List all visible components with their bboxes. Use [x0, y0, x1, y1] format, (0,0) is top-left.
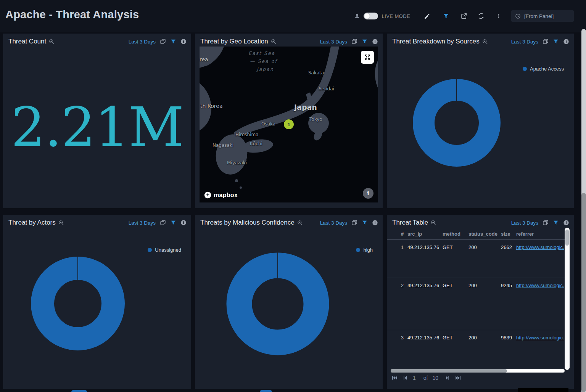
zoom-in-icon[interactable] — [482, 39, 488, 45]
copy-icon[interactable] — [351, 39, 357, 45]
column-header[interactable]: # — [392, 231, 404, 237]
method-cell: GET — [443, 244, 465, 250]
filter-icon[interactable] — [553, 39, 559, 45]
threat-table: # src_ip method status_code size referre… — [387, 228, 565, 370]
panel-header: Threat Table Last 3 Days — [387, 215, 574, 227]
filter-icon[interactable] — [170, 220, 176, 226]
filter-icon[interactable] — [170, 39, 176, 45]
time-range-input[interactable]: [From Panel] — [511, 10, 574, 22]
zoom-in-icon[interactable] — [431, 220, 436, 226]
map-cluster-marker[interactable]: 1 — [284, 119, 294, 129]
table-horizontal-scrollbar[interactable] — [391, 369, 565, 373]
geo-map[interactable]: East Sea — Sea of Japan rea th Korea Sak… — [200, 47, 378, 202]
zoom-in-icon[interactable] — [297, 220, 303, 226]
src-ip-cell: 49.212.135.76 — [407, 283, 439, 288]
map-label-country: th Korea — [200, 103, 223, 109]
copy-icon[interactable] — [351, 220, 357, 226]
dashboard-header: Apache - Threat Analysis LIVE MODE — [0, 0, 586, 32]
column-header[interactable]: referrer — [516, 231, 565, 237]
scrollbar-thumb[interactable] — [581, 193, 586, 392]
time-range-value: [From Panel] — [524, 13, 554, 19]
map-label-country: Japan — [294, 103, 317, 111]
map-label-sea: East Sea — [248, 50, 275, 56]
previous-page-button[interactable] — [402, 375, 408, 381]
legend-label: high — [363, 247, 373, 253]
chart-legend[interactable]: Apache Access — [523, 66, 564, 72]
zoom-in-icon[interactable] — [49, 39, 55, 45]
share-icon[interactable] — [460, 13, 467, 19]
map-label-city: rea — [200, 56, 208, 63]
donut-chart-actors[interactable] — [31, 257, 125, 350]
filter-icon[interactable] — [553, 220, 559, 226]
copy-icon[interactable] — [543, 39, 549, 45]
time-range-link[interactable]: Last 3 Days — [320, 220, 347, 226]
map-attribution-info-button[interactable]: i — [363, 188, 373, 199]
info-icon[interactable] — [372, 220, 378, 226]
table-row[interactable]: 3 49.212.135.76 GET 200 9839 http://www.… — [387, 330, 565, 360]
legend-swatch — [356, 248, 360, 252]
time-range-link[interactable]: Last 3 Days — [129, 220, 156, 226]
time-range-link[interactable]: Last 3 Days — [511, 220, 538, 226]
donut-chart-confidence[interactable] — [226, 252, 329, 355]
filter-icon[interactable] — [443, 13, 449, 19]
chart-legend[interactable]: Unassigned — [148, 247, 181, 253]
page-vertical-scrollbar[interactable] — [581, 29, 586, 392]
donut-chart-sources[interactable] — [413, 79, 501, 167]
refresh-icon[interactable] — [478, 13, 485, 19]
table-vertical-scrollbar[interactable] — [565, 228, 570, 370]
column-header[interactable]: size — [501, 231, 512, 237]
next-page-button[interactable] — [444, 375, 451, 381]
chart-legend[interactable]: high — [356, 247, 373, 253]
first-page-button[interactable] — [391, 375, 398, 381]
filter-icon[interactable] — [362, 39, 368, 45]
column-header[interactable]: status_code — [468, 231, 497, 237]
map-label-city: Tokyo — [309, 117, 322, 122]
legend-swatch — [523, 67, 527, 71]
zoom-in-icon[interactable] — [58, 220, 64, 226]
table-row[interactable]: 1 49.212.135.76 GET 200 2662 http://www.… — [387, 240, 565, 278]
info-icon[interactable] — [372, 39, 378, 45]
panel-header: Threat Breakdown by Sources Last 3 Days — [387, 34, 574, 45]
edit-icon[interactable] — [424, 13, 430, 19]
info-icon[interactable] — [563, 39, 569, 45]
user-icon[interactable] — [354, 13, 360, 19]
legend-swatch — [148, 248, 152, 252]
copy-icon[interactable] — [543, 220, 549, 226]
time-range-link[interactable]: Last 3 Days — [511, 39, 538, 45]
last-page-button[interactable] — [455, 375, 461, 381]
time-range-link[interactable]: Last 3 Days — [320, 39, 347, 45]
method-cell: GET — [443, 335, 465, 341]
fullscreen-expand-button[interactable] — [361, 51, 374, 64]
mapbox-icon — [204, 191, 211, 199]
info-icon[interactable] — [180, 39, 187, 45]
src-ip-cell: 49.212.135.76 — [407, 244, 439, 250]
table-row[interactable]: 2 49.212.135.76 GET 200 9245 http://www.… — [387, 278, 565, 330]
column-header[interactable]: src_ip — [407, 231, 439, 237]
scrollbar-thumb[interactable] — [565, 230, 569, 246]
time-range-link[interactable]: Last 3 Days — [129, 39, 156, 45]
mapbox-logo[interactable]: mapbox — [204, 191, 238, 199]
copy-icon[interactable] — [160, 220, 166, 226]
panel-title: Threats by Malicious Confidence — [200, 219, 295, 227]
filter-icon[interactable] — [362, 220, 368, 226]
topbar-controls: LIVE MODE [From Panel] — [354, 10, 574, 22]
live-mode-toggle[interactable] — [364, 13, 378, 19]
scrollbar-thumb[interactable] — [391, 369, 507, 373]
total-pages: 10 — [432, 375, 438, 381]
status-code-cell: 200 — [468, 335, 497, 341]
next-row-chart-peek — [260, 390, 272, 392]
panel-title: Threat Table — [392, 219, 428, 227]
referrer-link[interactable]: http://www.sumologic. — [516, 283, 564, 288]
more-options-icon[interactable] — [496, 13, 502, 19]
map-label-city: Sakata — [308, 70, 324, 76]
src-ip-cell: 49.212.135.76 — [407, 335, 439, 341]
info-icon[interactable] — [180, 220, 187, 226]
column-header[interactable]: method — [443, 231, 465, 237]
legend-label: Unassigned — [155, 247, 181, 253]
copy-icon[interactable] — [160, 39, 166, 45]
referrer-link[interactable]: http://www.sumologic. — [516, 244, 564, 250]
zoom-in-icon[interactable] — [271, 39, 277, 45]
referrer-link[interactable]: http://www.sumologic. — [516, 335, 564, 341]
info-icon[interactable] — [563, 220, 569, 226]
row-index: 1 — [392, 244, 404, 250]
